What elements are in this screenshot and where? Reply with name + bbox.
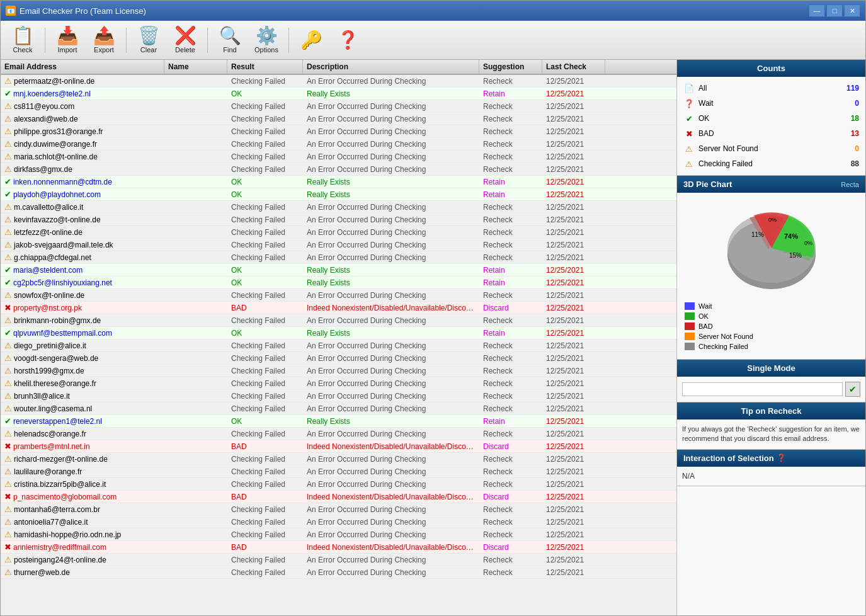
cell-name xyxy=(164,307,227,309)
single-email-input[interactable] xyxy=(682,382,843,396)
cell-lastcheck: 12/25/2021 xyxy=(542,365,605,377)
table-row[interactable]: ⚠ philippe.gros31@orange.fr Checking Fai… xyxy=(1,125,676,138)
table-row[interactable]: ✔ inken.nonnenmann@cdtm.de OK Really Exi… xyxy=(1,176,676,188)
svg-text:15%: 15% xyxy=(789,252,802,259)
cell-suggestion: Recheck xyxy=(479,113,542,125)
table-row[interactable]: ⚠ laulilaure@orange.fr Checking Failed A… xyxy=(1,465,676,478)
table-row[interactable]: ✖ p_nascimento@globomail.com BAD Indeed … xyxy=(1,491,676,503)
table-row[interactable]: ⚠ alexsandi@web.de Checking Failed An Er… xyxy=(1,113,676,125)
export-button[interactable]: 📤 Export xyxy=(87,25,121,56)
email-address: richard-mezger@t-online.de xyxy=(14,455,108,464)
table-row[interactable]: ⚠ cristina.bizzarr5pib@alice.it Checking… xyxy=(1,478,676,491)
table-row[interactable]: ✖ property@nst.org.pk BAD Indeed Nonexis… xyxy=(1,302,676,314)
table-row[interactable]: ⚠ wouter.ling@casema.nl Checking Failed … xyxy=(1,402,676,415)
cell-description: Indeed Nonexistent/Disabled/Unavailable/… xyxy=(303,491,479,503)
table-row[interactable]: ⚠ maria.schlot@t-online.de Checking Fail… xyxy=(1,151,676,163)
table-row[interactable]: ⚠ cs811@eyou.com Checking Failed An Erro… xyxy=(1,100,676,113)
table-row[interactable]: ⚠ brinkmann-robin@gmx.de Checking Failed… xyxy=(1,314,676,327)
import-button[interactable]: 📥 Import xyxy=(50,25,84,56)
maximize-button[interactable]: □ xyxy=(826,4,843,17)
table-row[interactable]: ⚠ jakob-svejgaard@mail.tele.dk Checking … xyxy=(1,239,676,251)
cell-lastcheck: 12/25/2021 xyxy=(542,189,605,200)
table-row[interactable]: ✔ maria@steldent.com OK Really Exists Re… xyxy=(1,264,676,277)
cell-email: ✖ property@nst.org.pk xyxy=(1,302,164,314)
table-row[interactable]: ⚠ montanha6@terra.com.br Checking Failed… xyxy=(1,503,676,516)
table-row[interactable]: ⚠ brunh3ll@alice.it Checking Failed An E… xyxy=(1,390,676,402)
table-row[interactable]: ⚠ kevinfavazzo@t-online.de Checking Fail… xyxy=(1,214,676,226)
email-address: qlpvuwnf@besttempmail.com xyxy=(13,329,112,338)
table-row[interactable]: ✔ playdoh@playdohnet.com OK Really Exist… xyxy=(1,188,676,201)
find-button[interactable]: 🔍 Find xyxy=(213,25,247,56)
chart-tab[interactable]: Recta xyxy=(841,181,859,188)
cell-name xyxy=(164,370,227,372)
table-row[interactable]: ⚠ g.chiappa@cfdegal.net Checking Failed … xyxy=(1,251,676,264)
cell-name xyxy=(164,256,227,259)
main-content: Email Address Name Result Description Su… xyxy=(1,60,865,615)
cell-email: ⚠ voogdt-sengera@web.de xyxy=(1,352,164,364)
counts-row[interactable]: ✔ OK 18 xyxy=(681,111,862,126)
cell-suggestion: Recheck xyxy=(479,315,542,326)
counts-row[interactable]: ⚠ Checking Failed 88 xyxy=(681,156,862,171)
email-address: brinkmann-robin@gmx.de xyxy=(14,316,101,325)
cell-result: Checking Failed xyxy=(227,391,303,402)
table-body[interactable]: ⚠ petermaatz@t-online.de Checking Failed… xyxy=(1,75,676,615)
chart-section: 3D Pie Chart Recta xyxy=(677,176,865,360)
table-row[interactable]: ✖ pramberts@mtnl.net.in BAD Indeed Nonex… xyxy=(1,440,676,453)
table-row[interactable]: ⚠ snowfox@t-online.de Checking Failed An… xyxy=(1,289,676,302)
status-icon: ⚠ xyxy=(4,505,12,514)
table-row[interactable]: ⚠ voogdt-sengera@web.de Checking Failed … xyxy=(1,352,676,365)
cell-name xyxy=(164,80,227,83)
table-row[interactable]: ⚠ thurner@web.de Checking Failed An Erro… xyxy=(1,566,676,579)
options-button[interactable]: ⚙️ Options xyxy=(249,25,283,56)
email-address: inken.nonnenmann@cdtm.de xyxy=(13,178,112,186)
counts-row[interactable]: ❓ Wait 0 xyxy=(681,96,862,111)
cell-lastcheck: 12/25/2021 xyxy=(542,164,605,175)
table-row[interactable]: ⚠ dirkfass@gmx.de Checking Failed An Err… xyxy=(1,163,676,176)
cell-suggestion: Discard xyxy=(479,491,542,503)
table-row[interactable]: ⚠ m.cavalletto@alice.it Checking Failed … xyxy=(1,201,676,214)
cell-result: Checking Failed xyxy=(227,151,303,163)
table-row[interactable]: ✔ qlpvuwnf@besttempmail.com OK Really Ex… xyxy=(1,327,676,339)
minimize-button[interactable]: — xyxy=(809,4,825,17)
cell-email: ✔ qlpvuwnf@besttempmail.com xyxy=(1,327,164,339)
cell-description: Really Exists xyxy=(303,416,479,427)
key-button[interactable]: 🔑 xyxy=(294,29,328,52)
table-row[interactable]: ⚠ letzfezz@t-online.de Checking Failed A… xyxy=(1,226,676,239)
cell-suggestion: Recheck xyxy=(479,214,542,225)
counts-row[interactable]: 📄 All 119 xyxy=(681,81,862,96)
cell-result: Checking Failed xyxy=(227,466,303,477)
cell-name xyxy=(164,206,227,208)
cell-name xyxy=(164,181,227,183)
table-row[interactable]: ✔ mnj.koenders@tele2.nl OK Really Exists… xyxy=(1,88,676,100)
table-row[interactable]: ⚠ hamidashi-hoppe@rio.odn.ne.jp Checking… xyxy=(1,528,676,541)
check-button[interactable]: 📋 Check xyxy=(6,25,40,56)
cell-description: An Error Occurred During Checking xyxy=(303,151,479,163)
cell-description: An Error Occurred During Checking xyxy=(303,353,479,364)
counts-row[interactable]: ⚠ Server Not Found 0 xyxy=(681,141,862,156)
counts-row[interactable]: ✖ BAD 13 xyxy=(681,126,862,141)
close-button[interactable]: ✕ xyxy=(844,4,860,17)
table-row[interactable]: ⚠ diego_pretini@alice.it Checking Failed… xyxy=(1,339,676,352)
cell-description: Really Exists xyxy=(303,88,479,100)
status-icon: ⚠ xyxy=(4,530,12,539)
status-icon: ✖ xyxy=(4,492,11,501)
cell-name xyxy=(164,143,227,145)
table-row[interactable]: ⚠ antonioelia77@alice.it Checking Failed… xyxy=(1,516,676,528)
table-row[interactable]: ⚠ horsth1999@gmx.de Checking Failed An E… xyxy=(1,365,676,377)
delete-button[interactable]: ❌ Delete xyxy=(168,25,202,56)
table-row[interactable]: ⚠ richard-mezger@t-online.de Checking Fa… xyxy=(1,453,676,465)
table-row[interactable]: ✔ cg2pbc5r@linshiyouxiang.net OK Really … xyxy=(1,277,676,289)
cell-name xyxy=(164,458,227,460)
table-row[interactable]: ✔ reneverstappen1@tele2.nl OK Really Exi… xyxy=(1,415,676,428)
table-row[interactable]: ⚠ posteingang24@t-online.de Checking Fai… xyxy=(1,554,676,566)
table-row[interactable]: ⚠ cindy.duwime@orange.fr Checking Failed… xyxy=(1,138,676,151)
table-row[interactable]: ⚠ petermaatz@t-online.de Checking Failed… xyxy=(1,75,676,88)
cell-description: An Error Occurred During Checking xyxy=(303,365,479,377)
cell-email: ✔ reneverstappen1@tele2.nl xyxy=(1,415,164,427)
clear-button[interactable]: 🗑️ Clear xyxy=(132,25,166,56)
table-row[interactable]: ⚠ helenadsc@orange.fr Checking Failed An… xyxy=(1,428,676,440)
table-row[interactable]: ⚠ khelil.therese@orange.fr Checking Fail… xyxy=(1,377,676,390)
table-row[interactable]: ✖ anniemistry@rediffmail.com BAD Indeed … xyxy=(1,541,676,554)
single-check-button[interactable]: ✔ xyxy=(845,382,860,397)
help-button[interactable]: ❓ xyxy=(331,29,365,52)
